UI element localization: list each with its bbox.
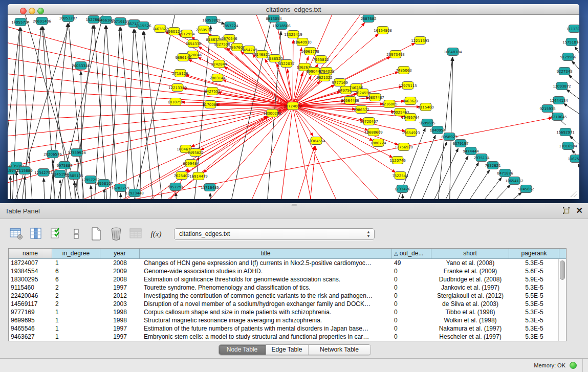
graph-node[interactable]: 8958923 xyxy=(441,133,457,141)
graph-node[interactable]: 9621022 xyxy=(316,74,332,81)
table-cell[interactable]: 1 xyxy=(52,333,100,341)
table-cell[interactable]: 49 xyxy=(392,259,431,267)
table-cell[interactable]: 1998 xyxy=(100,308,140,316)
graph-node[interactable]: 7857224 xyxy=(222,22,238,30)
table-mode-button[interactable] xyxy=(9,227,24,241)
table-cell[interactable]: 9115460 xyxy=(9,283,52,292)
memory-status-icon[interactable] xyxy=(570,362,577,369)
table-cell[interactable]: 6 xyxy=(52,275,100,283)
graph-node[interactable]: 7625402 xyxy=(173,172,189,180)
graph-node[interactable]: 16914479 xyxy=(189,172,208,180)
table-cell[interactable]: 2003 xyxy=(100,300,140,308)
graph-node[interactable]: 9327508 xyxy=(214,40,230,48)
graph-node[interactable]: 7955812 xyxy=(313,56,329,63)
table-cell[interactable]: 14569117 xyxy=(9,300,52,308)
graph-node[interactable]: 9245652 xyxy=(518,185,534,193)
panel-splitter-handle[interactable] xyxy=(291,204,297,206)
table-cell[interactable]: Wolkin et al. (1998) xyxy=(431,316,509,324)
graph-node[interactable]: 20053346 xyxy=(72,62,90,70)
graph-node[interactable]: 12211393 xyxy=(411,37,429,45)
table-cell[interactable]: Dudbridge et al. (2008) xyxy=(431,275,509,283)
table-cell[interactable]: Disruption of a novel member of a sodium… xyxy=(140,300,392,308)
table-cell[interactable]: 2 xyxy=(52,283,100,292)
graph-node[interactable]: 16154808 xyxy=(374,27,392,34)
network-canvas[interactable]: 1872400722605388186328167054693275082867… xyxy=(8,15,579,199)
table-row[interactable]: 1872400712008Changes of HCN gene express… xyxy=(9,259,566,267)
graph-node[interactable]: 9699695 xyxy=(419,119,435,127)
table-cell[interactable]: 0 xyxy=(392,275,431,283)
table-cell[interactable]: de Silva et al. (2003) xyxy=(431,300,509,308)
graph-node[interactable]: 12093872 xyxy=(553,82,571,90)
table-cell[interactable]: 0 xyxy=(392,300,431,308)
graph-node[interactable]: 20206576 xyxy=(43,150,62,158)
column-header-out_de[interactable]: △out_de... xyxy=(392,249,431,258)
table-cell[interactable]: Estimation of the future numbers of pati… xyxy=(140,324,392,333)
table-cell[interactable]: 5.3E-5 xyxy=(509,333,559,341)
table-cell[interactable]: Yano et al. (2008) xyxy=(431,259,509,267)
graph-node[interactable]: 1120746 xyxy=(389,157,406,164)
table-cell[interactable]: 5.3E-5 xyxy=(509,316,559,324)
table-cell[interactable]: 9465546 xyxy=(9,324,52,333)
graph-node[interactable]: 19654923 xyxy=(402,129,420,137)
table-row[interactable]: 969969511998Structural magnetic resonanc… xyxy=(9,316,566,324)
table-cell[interactable]: 1 xyxy=(52,324,100,333)
graph-node[interactable]: 9115460 xyxy=(418,103,433,111)
delete-column-button[interactable] xyxy=(109,227,123,241)
graph-node[interactable]: 7515526 xyxy=(135,22,151,30)
graph-node[interactable]: 8813054 xyxy=(266,15,282,23)
new-column-button[interactable] xyxy=(89,227,103,241)
table-cell[interactable]: Changes of HCN gene expression and I(f) … xyxy=(140,259,392,267)
table-row[interactable]: 1456911722003Disruption of a novel membe… xyxy=(9,300,566,308)
table-cell[interactable]: Estimation of significance thresholds fo… xyxy=(140,275,392,283)
graph-node[interactable]: 12342757 xyxy=(34,169,53,177)
table-selector-dropdown[interactable]: citations_edges.txt ▲▼ xyxy=(174,228,375,240)
table-cell[interactable]: 5.3E-5 xyxy=(509,259,559,267)
table-cell[interactable]: 18300295 xyxy=(9,275,52,283)
table-cell[interactable]: Structural magnetic resonance image aver… xyxy=(140,316,392,324)
table-cell[interactable]: 1 xyxy=(52,308,100,316)
column-header-in_degree[interactable]: in_degree xyxy=(52,249,100,258)
graph-node[interactable]: 9896140 xyxy=(175,54,191,61)
graph-node[interactable]: 13325419 xyxy=(284,31,302,38)
graph-node[interactable]: 9777169 xyxy=(332,79,347,86)
table-cell[interactable]: 2008 xyxy=(100,275,140,283)
network-graph[interactable]: 1872400722605388186328167054693275082867… xyxy=(8,15,579,199)
graph-node[interactable]: 10853287 xyxy=(59,15,77,22)
table-cell[interactable]: Jankovic et al. (1997) xyxy=(431,283,509,292)
table-cell[interactable]: 9699695 xyxy=(9,316,52,324)
table-cell[interactable]: 1 xyxy=(52,259,100,267)
table-cell[interactable]: 0 xyxy=(392,283,431,292)
graph-node[interactable]: 12975115 xyxy=(399,82,417,90)
graph-node[interactable]: 16961758 xyxy=(301,48,319,55)
table-row[interactable]: 946554611997Estimation of the future num… xyxy=(9,324,566,333)
table-cell[interactable]: 18724007 xyxy=(9,259,52,267)
table-scrollbar[interactable] xyxy=(558,259,566,341)
graph-node[interactable]: 9129966 xyxy=(560,53,576,61)
table-cell[interactable]: 19384554 xyxy=(9,267,52,275)
graph-node[interactable]: 19218506 xyxy=(272,22,291,30)
scrollbar-thumb[interactable] xyxy=(560,260,565,280)
table-row[interactable]: 1938455462009Genome-wide association stu… xyxy=(9,267,566,275)
table-cell[interactable]: 0 xyxy=(392,324,431,333)
graph-node[interactable]: 8912954 xyxy=(179,30,195,38)
table-row[interactable]: 1830029562008Estimation of significance … xyxy=(9,275,566,283)
table-cell[interactable]: 1997 xyxy=(100,333,140,341)
column-header-name[interactable]: name xyxy=(9,249,52,258)
select-columns-button[interactable] xyxy=(49,227,63,241)
graph-node[interactable]: 16782759 xyxy=(111,184,129,192)
graph-node[interactable]: 2260538 xyxy=(195,26,211,34)
graph-node[interactable]: 15716485 xyxy=(201,184,219,191)
show-column-button[interactable] xyxy=(29,227,43,241)
function-builder-button[interactable]: f(x) xyxy=(149,227,163,241)
graph-node[interactable]: 1167533 xyxy=(568,155,579,163)
table-cell[interactable]: 9777169 xyxy=(9,308,52,316)
column-header-pagerank[interactable]: pagerank xyxy=(509,249,559,258)
table-cell[interactable]: 5.3E-5 xyxy=(509,300,559,308)
window-titlebar[interactable]: citations_edges.txt xyxy=(8,4,579,15)
graph-node[interactable]: 2935114 xyxy=(473,154,490,162)
graph-node[interactable]: 16648784 xyxy=(444,48,462,56)
graph-node[interactable]: 18640910 xyxy=(293,38,312,46)
graph-node[interactable]: 8471876 xyxy=(497,169,513,177)
table-cell[interactable]: 0 xyxy=(392,333,431,341)
graph-node[interactable]: 2687682 xyxy=(360,15,376,23)
